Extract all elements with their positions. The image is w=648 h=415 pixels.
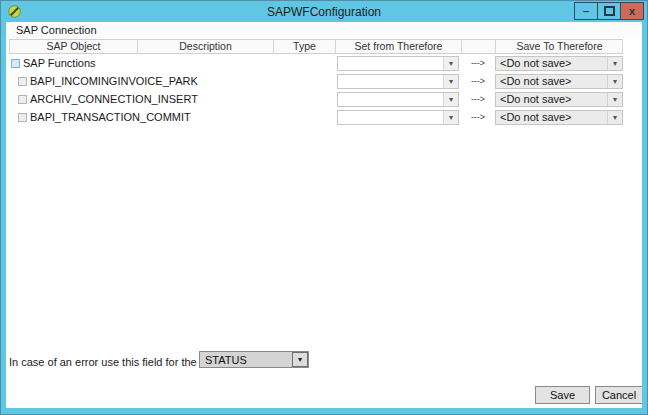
function-mapping-table: SAP Object Description Type Set from The… bbox=[9, 39, 623, 126]
collapse-icon[interactable] bbox=[11, 59, 20, 68]
mapping-arrow: ---> bbox=[461, 94, 495, 104]
window-frame: SAPWFConfiguration – x SAP Connection SA… bbox=[0, 0, 648, 415]
table-header-row: SAP Object Description Type Set from The… bbox=[9, 39, 623, 54]
row-name-cell: BAPI_TRANSACTION_COMMIT bbox=[9, 111, 335, 123]
column-header-save-to-therefore: Save To Therefore bbox=[495, 40, 623, 53]
minimize-icon: – bbox=[583, 5, 589, 17]
chevron-down-icon[interactable]: ▾ bbox=[292, 352, 308, 367]
chevron-down-icon[interactable]: ▾ bbox=[443, 57, 458, 70]
dropdown-value: <Do not save> bbox=[496, 75, 572, 87]
mapping-arrow: ---> bbox=[461, 76, 495, 86]
expand-icon[interactable] bbox=[18, 113, 27, 122]
expand-icon[interactable] bbox=[18, 95, 27, 104]
row-label: ARCHIV_CONNECTION_INSERT bbox=[30, 93, 198, 105]
minimize-button[interactable]: – bbox=[574, 2, 598, 20]
mapping-arrow: ---> bbox=[461, 58, 495, 68]
menubar: SAP Connection bbox=[6, 22, 642, 38]
save-to-therefore-dropdown[interactable]: <Do not save> ▾ bbox=[495, 110, 623, 125]
save-to-therefore-dropdown[interactable]: <Do not save> ▾ bbox=[495, 74, 623, 89]
expand-icon[interactable] bbox=[18, 77, 27, 86]
maximize-button[interactable] bbox=[597, 2, 621, 20]
window-title: SAPWFConfiguration bbox=[2, 5, 646, 19]
dropdown-value: <Do not save> bbox=[496, 93, 572, 105]
row-label: SAP Functions bbox=[23, 57, 96, 69]
column-header-type: Type bbox=[273, 40, 335, 53]
column-header-arrow bbox=[461, 40, 495, 53]
save-button[interactable]: Save bbox=[535, 386, 590, 404]
row-name-cell: BAPI_INCOMINGINVOICE_PARK bbox=[9, 75, 335, 87]
row-name-cell: SAP Functions bbox=[9, 57, 335, 69]
dropdown-value: STATUS bbox=[200, 354, 247, 366]
set-from-therefore-dropdown[interactable]: ▾ bbox=[337, 56, 459, 71]
set-from-therefore-dropdown[interactable]: ▾ bbox=[337, 74, 459, 89]
table-row: ARCHIV_CONNECTION_INSERT ▾ ---> <Do not … bbox=[9, 90, 623, 108]
window-controls: – x bbox=[575, 2, 644, 20]
close-button[interactable]: x bbox=[620, 2, 644, 20]
dropdown-value: <Do not save> bbox=[496, 57, 572, 69]
save-to-therefore-dropdown[interactable]: <Do not save> ▾ bbox=[495, 56, 623, 71]
column-header-description: Description bbox=[137, 40, 273, 53]
error-code-dropdown[interactable]: STATUS ▾ bbox=[199, 351, 309, 368]
window-content: SAP Connection SAP Object Description Ty… bbox=[6, 22, 642, 408]
save-to-therefore-dropdown[interactable]: <Do not save> ▾ bbox=[495, 92, 623, 107]
close-icon: x bbox=[629, 5, 635, 17]
chevron-down-icon[interactable]: ▾ bbox=[607, 111, 622, 124]
chevron-down-icon[interactable]: ▾ bbox=[443, 93, 458, 106]
column-header-set-from-therefore: Set from Therefore bbox=[335, 40, 461, 53]
cancel-button[interactable]: Cancel bbox=[595, 386, 642, 404]
chevron-down-icon[interactable]: ▾ bbox=[443, 75, 458, 88]
chevron-down-icon[interactable]: ▾ bbox=[607, 57, 622, 70]
row-label: BAPI_INCOMINGINVOICE_PARK bbox=[30, 75, 198, 87]
maximize-icon bbox=[604, 6, 615, 16]
titlebar: SAPWFConfiguration – x bbox=[2, 2, 646, 22]
menu-item-sap-connection[interactable]: SAP Connection bbox=[12, 23, 101, 37]
table-row: BAPI_INCOMINGINVOICE_PARK ▾ ---> <Do not… bbox=[9, 72, 623, 90]
table-row: SAP Functions ▾ ---> <Do not save> ▾ bbox=[9, 54, 623, 72]
chevron-down-icon[interactable]: ▾ bbox=[607, 93, 622, 106]
row-name-cell: ARCHIV_CONNECTION_INSERT bbox=[9, 93, 335, 105]
table-row: BAPI_TRANSACTION_COMMIT ▾ ---> <Do not s… bbox=[9, 108, 623, 126]
set-from-therefore-dropdown[interactable]: ▾ bbox=[337, 92, 459, 107]
dropdown-value: <Do not save> bbox=[496, 111, 572, 123]
column-header-sap-object: SAP Object bbox=[9, 40, 137, 53]
row-label: BAPI_TRANSACTION_COMMIT bbox=[30, 111, 191, 123]
mapping-arrow: ---> bbox=[461, 112, 495, 122]
chevron-down-icon[interactable]: ▾ bbox=[607, 75, 622, 88]
chevron-down-icon[interactable]: ▾ bbox=[443, 111, 458, 124]
set-from-therefore-dropdown[interactable]: ▾ bbox=[337, 110, 459, 125]
